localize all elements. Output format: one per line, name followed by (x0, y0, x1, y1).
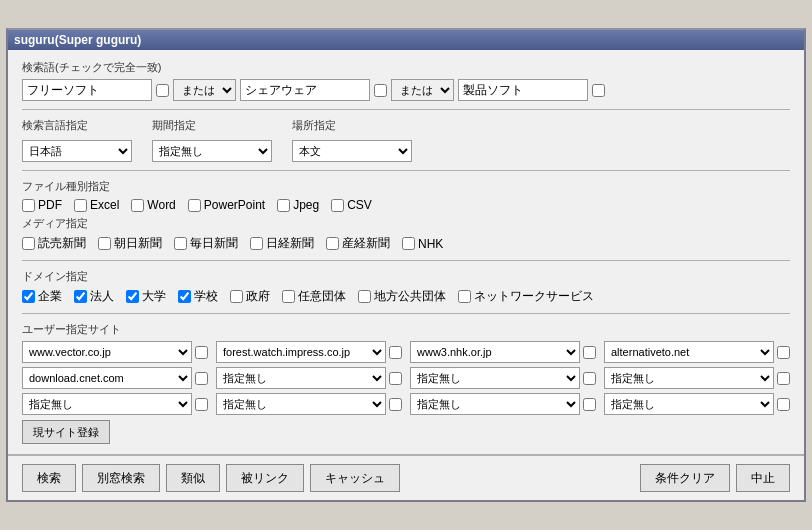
site-select-2-0[interactable]: 指定無し (22, 393, 192, 415)
media-mainichi-checkbox[interactable] (174, 237, 187, 250)
domain-ninkidan[interactable]: 任意団体 (282, 288, 346, 305)
site-select-1-2[interactable]: 指定無し (410, 367, 580, 389)
filetype-ppt-checkbox[interactable] (188, 199, 201, 212)
period-group: 期間指定 指定無し 1日以内 1週間以内 1ヶ月以内 1年以内 (152, 118, 272, 162)
site-checkbox-0-3[interactable] (777, 346, 790, 359)
filetype-word[interactable]: Word (131, 198, 175, 212)
site-checkbox-1-0[interactable] (195, 372, 208, 385)
search-checkbox-1[interactable] (156, 84, 169, 97)
search-button[interactable]: 検索 (22, 464, 76, 492)
filetype-pdf-checkbox[interactable] (22, 199, 35, 212)
filetype-jpeg[interactable]: Jpeg (277, 198, 319, 212)
media-asahi-checkbox[interactable] (98, 237, 111, 250)
language-select[interactable]: 日本語 英語 中国語 指定無し (22, 140, 132, 162)
media-label: メディア指定 (22, 216, 790, 231)
filetype-excel-checkbox[interactable] (74, 199, 87, 212)
filetype-row: PDF Excel Word PowerPoint Jpeg (22, 198, 790, 212)
similar-button[interactable]: 類似 (166, 464, 220, 492)
site-cell-1-3: 指定無し (604, 367, 790, 389)
site-select-0-0[interactable]: www.vector.co.jp 指定無し (22, 341, 192, 363)
site-checkbox-1-2[interactable] (583, 372, 596, 385)
new-window-search-button[interactable]: 別窓検索 (82, 464, 160, 492)
domain-kigyou[interactable]: 企業 (22, 288, 62, 305)
domain-houjin-checkbox[interactable] (74, 290, 87, 303)
domain-houjin[interactable]: 法人 (74, 288, 114, 305)
search-checkbox-2[interactable] (374, 84, 387, 97)
operator-2-select[interactable]: または かつ 除く (391, 79, 454, 101)
domain-daigaku-checkbox[interactable] (126, 290, 139, 303)
site-cell-2-0: 指定無し (22, 393, 208, 415)
filetype-word-checkbox[interactable] (131, 199, 144, 212)
media-nikkei[interactable]: 日経新聞 (250, 235, 314, 252)
cache-button[interactable]: キャッシュ (310, 464, 400, 492)
user-sites-grid: www.vector.co.jp 指定無し forest.watch.impre… (22, 341, 790, 415)
site-select-2-2[interactable]: 指定無し (410, 393, 580, 415)
search-field-3[interactable] (458, 79, 588, 101)
filetype-csv[interactable]: CSV (331, 198, 372, 212)
register-site-button[interactable]: 現サイト登録 (22, 420, 110, 444)
site-checkbox-1-3[interactable] (777, 372, 790, 385)
media-nhk[interactable]: NHK (402, 237, 443, 251)
search-terms-section: 検索語(チェックで完全一致) または かつ 除く または かつ 除く (22, 60, 790, 101)
domain-gakkou-checkbox[interactable] (178, 290, 191, 303)
filetype-csv-checkbox[interactable] (331, 199, 344, 212)
site-checkbox-2-0[interactable] (195, 398, 208, 411)
site-select-0-1[interactable]: forest.watch.impress.co.jp 指定無し (216, 341, 386, 363)
site-select-1-0[interactable]: download.cnet.com 指定無し (22, 367, 192, 389)
search-terms-label: 検索語(チェックで完全一致) (22, 60, 790, 75)
separator-2 (22, 170, 790, 171)
media-sankei-checkbox[interactable] (326, 237, 339, 250)
media-asahi[interactable]: 朝日新聞 (98, 235, 162, 252)
location-select[interactable]: 本文 タイトル URL 指定無し (292, 140, 412, 162)
domain-seifu-checkbox[interactable] (230, 290, 243, 303)
site-select-2-3[interactable]: 指定無し (604, 393, 774, 415)
site-select-1-1[interactable]: 指定無し (216, 367, 386, 389)
site-checkbox-2-2[interactable] (583, 398, 596, 411)
search-field-2[interactable] (240, 79, 370, 101)
period-select[interactable]: 指定無し 1日以内 1週間以内 1ヶ月以内 1年以内 (152, 140, 272, 162)
backlink-button[interactable]: 被リンク (226, 464, 304, 492)
search-checkbox-3[interactable] (592, 84, 605, 97)
media-nhk-label: NHK (418, 237, 443, 251)
separator-3 (22, 260, 790, 261)
separator-4 (22, 313, 790, 314)
filetype-section: ファイル種別指定 PDF Excel Word PowerPoint (22, 179, 790, 212)
site-checkbox-0-0[interactable] (195, 346, 208, 359)
domain-ninkidan-checkbox[interactable] (282, 290, 295, 303)
site-select-0-3[interactable]: alternativeto.net 指定無し (604, 341, 774, 363)
site-select-1-3[interactable]: 指定無し (604, 367, 774, 389)
media-sankei[interactable]: 産経新聞 (326, 235, 390, 252)
domain-row: 企業 法人 大学 学校 政府 (22, 288, 790, 305)
domain-chiho[interactable]: 地方公共団体 (358, 288, 446, 305)
domain-seifu[interactable]: 政府 (230, 288, 270, 305)
domain-network-checkbox[interactable] (458, 290, 471, 303)
site-checkbox-0-1[interactable] (389, 346, 402, 359)
clear-button[interactable]: 条件クリア (640, 464, 730, 492)
site-checkbox-0-2[interactable] (583, 346, 596, 359)
media-mainichi[interactable]: 毎日新聞 (174, 235, 238, 252)
search-field-1[interactable] (22, 79, 152, 101)
filetype-jpeg-checkbox[interactable] (277, 199, 290, 212)
domain-chiho-checkbox[interactable] (358, 290, 371, 303)
filetype-pdf[interactable]: PDF (22, 198, 62, 212)
operator-1-select[interactable]: または かつ 除く (173, 79, 236, 101)
filetype-powerpoint[interactable]: PowerPoint (188, 198, 265, 212)
domain-kigyou-checkbox[interactable] (22, 290, 35, 303)
site-select-2-1[interactable]: 指定無し (216, 393, 386, 415)
filetype-word-label: Word (147, 198, 175, 212)
domain-daigaku[interactable]: 大学 (126, 288, 166, 305)
media-nikkei-checkbox[interactable] (250, 237, 263, 250)
site-checkbox-2-1[interactable] (389, 398, 402, 411)
domain-gakkou[interactable]: 学校 (178, 288, 218, 305)
site-checkbox-1-1[interactable] (389, 372, 402, 385)
site-checkbox-2-3[interactable] (777, 398, 790, 411)
media-yomiuri-checkbox[interactable] (22, 237, 35, 250)
main-window: suguru(Super guguru) 検索語(チェックで完全一致) または … (6, 28, 806, 502)
domain-kigyou-label: 企業 (38, 288, 62, 305)
domain-network[interactable]: ネットワークサービス (458, 288, 594, 305)
filetype-excel[interactable]: Excel (74, 198, 119, 212)
stop-button[interactable]: 中止 (736, 464, 790, 492)
media-yomiuri[interactable]: 読売新聞 (22, 235, 86, 252)
media-nhk-checkbox[interactable] (402, 237, 415, 250)
site-select-0-2[interactable]: www3.nhk.or.jp 指定無し (410, 341, 580, 363)
